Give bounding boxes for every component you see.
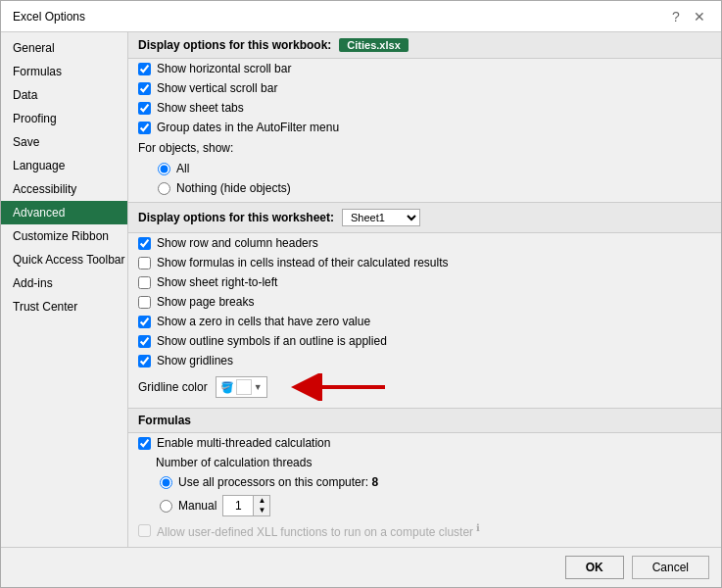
sidebar: General Formulas Data Proofing Save Lang… xyxy=(1,32,128,547)
all-processors-radio[interactable] xyxy=(160,476,172,489)
radio-nothing: Nothing (hide objects) xyxy=(128,178,721,198)
vert-scroll-checkbox[interactable] xyxy=(138,82,151,95)
radio-manual-threads: Manual ▲ ▼ xyxy=(128,492,721,519)
checkbox-horiz-scroll: Show horizontal scroll bar xyxy=(128,59,721,78)
checkbox-page-breaks: Show page breaks xyxy=(128,292,721,312)
worksheet-dropdown[interactable]: Sheet1 xyxy=(342,209,420,226)
checkbox-right-to-left: Show sheet right-to-left xyxy=(128,272,721,292)
worksheet-section-header: Display options for this worksheet: Shee… xyxy=(128,202,721,233)
formulas-section-header: Formulas xyxy=(128,408,721,433)
checkbox-multi-thread: Enable multi-threaded calculation xyxy=(128,433,721,453)
checkbox-xll: Allow user-defined XLL functions to run … xyxy=(128,519,721,542)
sidebar-item-proofing[interactable]: Proofing xyxy=(1,107,127,130)
sidebar-item-advanced[interactable]: Advanced xyxy=(1,201,127,224)
all-label: All xyxy=(176,162,189,175)
gridlines-label: Show gridlines xyxy=(157,354,233,368)
threads-label: Number of calculation threads xyxy=(128,453,721,472)
multi-thread-checkbox[interactable] xyxy=(138,437,151,450)
sidebar-item-general[interactable]: General xyxy=(1,36,127,60)
workbook-badge: Cities.xlsx xyxy=(339,38,408,52)
formulas-in-cells-label: Show formulas in cells instead of their … xyxy=(157,256,448,270)
sidebar-item-trust-center[interactable]: Trust Center xyxy=(1,295,127,318)
all-processors-label: Use all processors on this computer: 8 xyxy=(178,475,378,489)
checkbox-group-dates: Group dates in the AutoFilter menu xyxy=(128,118,721,137)
right-to-left-checkbox[interactable] xyxy=(138,276,151,289)
group-dates-label: Group dates in the AutoFilter menu xyxy=(157,121,339,134)
content-scroll[interactable]: Display options for this workbook: Citie… xyxy=(128,32,721,547)
checkbox-row-col-headers: Show row and column headers xyxy=(128,233,721,253)
horiz-scroll-label: Show horizontal scroll bar xyxy=(157,62,291,75)
row-col-headers-label: Show row and column headers xyxy=(157,236,318,250)
radio-all-processors: Use all processors on this computer: 8 xyxy=(128,472,721,492)
excel-options-dialog: Excel Options ? ✕ General Formulas Data … xyxy=(0,0,722,588)
xll-checkbox[interactable] xyxy=(138,524,151,537)
page-breaks-label: Show page breaks xyxy=(157,295,254,309)
manual-threads-radio[interactable] xyxy=(160,500,172,513)
gridline-color-button[interactable]: 🪣 ▼ xyxy=(216,376,267,398)
spinner-input[interactable] xyxy=(223,496,253,515)
spinner-buttons: ▲ ▼ xyxy=(253,496,269,515)
color-dropdown-arrow-icon: ▼ xyxy=(254,382,263,392)
radio-all: All xyxy=(128,159,721,178)
checkbox-formulas-in-cells: Show formulas in cells instead of their … xyxy=(128,253,721,272)
multi-thread-label: Enable multi-threaded calculation xyxy=(157,436,330,450)
checkbox-gridlines: Show gridlines xyxy=(128,351,721,370)
zero-value-checkbox[interactable] xyxy=(138,316,151,328)
red-arrow-annotation xyxy=(277,373,395,401)
xll-label: Allow user-defined XLL functions to run … xyxy=(157,522,480,539)
color-swatch xyxy=(236,379,252,395)
sidebar-item-data[interactable]: Data xyxy=(1,83,127,107)
manual-threads-label: Manual xyxy=(178,499,217,513)
sidebar-item-accessibility[interactable]: Accessibility xyxy=(1,177,127,201)
vert-scroll-label: Show vertical scroll bar xyxy=(157,81,277,95)
sidebar-item-save[interactable]: Save xyxy=(1,130,127,154)
dialog-body: General Formulas Data Proofing Save Lang… xyxy=(1,32,721,547)
row-col-headers-checkbox[interactable] xyxy=(138,237,151,250)
right-to-left-label: Show sheet right-to-left xyxy=(157,275,277,289)
gridline-color-row: Gridline color 🪣 ▼ xyxy=(128,370,721,404)
outline-symbols-label: Show outline symbols if an outline is ap… xyxy=(157,334,387,348)
dialog-footer: OK Cancel xyxy=(1,547,721,587)
close-button[interactable]: ✕ xyxy=(690,7,709,26)
gridlines-checkbox[interactable] xyxy=(138,355,151,368)
checkbox-sheet-tabs: Show sheet tabs xyxy=(128,98,721,118)
content-area: Display options for this workbook: Citie… xyxy=(128,32,721,547)
sidebar-item-customize-ribbon[interactable]: Customize Ribbon xyxy=(1,224,127,248)
group-dates-checkbox[interactable] xyxy=(138,122,151,134)
nothing-radio[interactable] xyxy=(158,182,170,195)
color-bucket-icon: 🪣 xyxy=(220,381,234,394)
checkbox-vert-scroll: Show vertical scroll bar xyxy=(128,78,721,98)
titlebar-controls: ? ✕ xyxy=(666,7,709,26)
sidebar-item-language[interactable]: Language xyxy=(1,154,127,177)
help-button[interactable]: ? xyxy=(666,7,686,26)
formulas-in-cells-checkbox[interactable] xyxy=(138,257,151,270)
worksheet-header-label: Display options for this worksheet: xyxy=(138,211,334,224)
outline-symbols-checkbox[interactable] xyxy=(138,335,151,348)
zero-value-label: Show a zero in cells that have zero valu… xyxy=(157,315,370,328)
nothing-label: Nothing (hide objects) xyxy=(176,181,291,195)
checkbox-outline-symbols: Show outline symbols if an outline is ap… xyxy=(128,331,721,351)
checkbox-zero-value: Show a zero in cells that have zero valu… xyxy=(128,312,721,331)
for-objects-label: For objects, show: xyxy=(128,137,721,159)
spinner-down-button[interactable]: ▼ xyxy=(254,506,269,515)
workbook-header-label: Display options for this workbook: xyxy=(138,38,331,52)
dialog-title: Excel Options xyxy=(13,10,85,24)
page-breaks-checkbox[interactable] xyxy=(138,296,151,309)
sidebar-item-addins[interactable]: Add-ins xyxy=(1,271,127,295)
sidebar-item-quick-access[interactable]: Quick Access Toolbar xyxy=(1,248,127,271)
sheet-tabs-checkbox[interactable] xyxy=(138,102,151,115)
ok-button[interactable]: OK xyxy=(565,556,624,579)
all-radio[interactable] xyxy=(158,163,170,175)
cancel-button[interactable]: Cancel xyxy=(632,556,709,579)
manual-threads-spinner[interactable]: ▲ ▼ xyxy=(222,495,270,516)
horiz-scroll-checkbox[interactable] xyxy=(138,63,151,75)
gridline-color-label: Gridline color xyxy=(138,380,208,394)
sheet-tabs-label: Show sheet tabs xyxy=(157,101,244,115)
sidebar-item-formulas[interactable]: Formulas xyxy=(1,60,127,83)
workbook-section-header: Display options for this workbook: Citie… xyxy=(128,32,721,59)
titlebar: Excel Options ? ✕ xyxy=(1,1,721,32)
spinner-up-button[interactable]: ▲ xyxy=(254,496,269,506)
